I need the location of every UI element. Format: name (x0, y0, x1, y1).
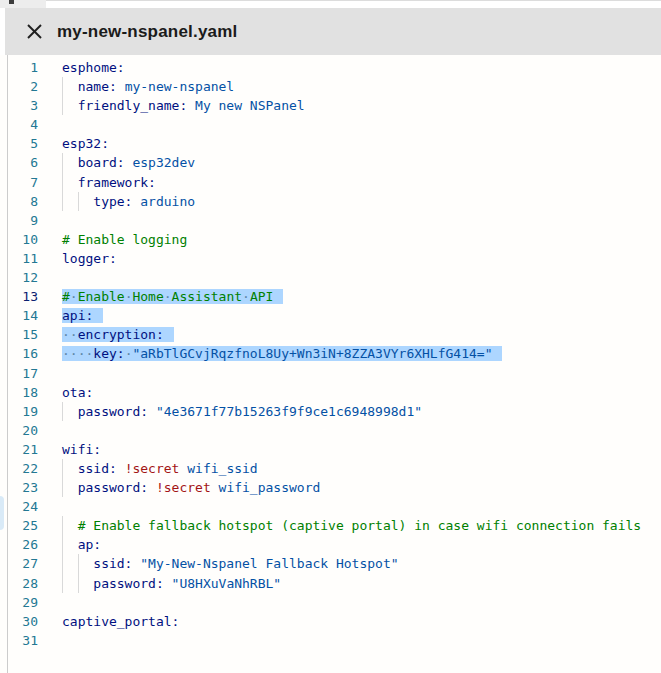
code-line[interactable]: 1esphome: (0, 58, 661, 77)
token-key: password: (78, 480, 148, 495)
token-plain (117, 79, 125, 94)
code-line[interactable]: 11logger: (0, 249, 661, 268)
token-val: esp32dev (132, 155, 195, 170)
code-line[interactable]: 15··encryption: (0, 325, 661, 344)
line-number: 27 (0, 554, 38, 573)
code-line[interactable]: 12 (0, 268, 661, 287)
line-number: 4 (0, 115, 38, 134)
top-strip-artifact (0, 0, 46, 8)
indent-guide (62, 478, 63, 497)
selection-highlight: ··encryption: (62, 327, 174, 342)
line-number: 19 (0, 402, 38, 421)
code-line[interactable]: 23 password: !secret wifi_password (0, 478, 661, 497)
code-line-text: password: "4e3671f77b15263f9f9ce1c694899… (62, 402, 422, 421)
code-line[interactable]: 21wifi: (0, 440, 661, 459)
code-line[interactable]: 31 (0, 631, 661, 650)
token-ws: ·· (62, 327, 78, 342)
indent-guide (78, 554, 79, 573)
code-line[interactable]: 14api: (0, 306, 661, 325)
token-plain (148, 404, 156, 419)
line-number: 23 (0, 478, 38, 497)
code-line[interactable]: 10# Enable logging (0, 230, 661, 249)
code-line[interactable]: 26 ap: (0, 535, 661, 554)
close-icon (26, 23, 43, 40)
token-plain (62, 518, 78, 533)
code-line[interactable]: 7 framework: (0, 173, 661, 192)
code-line[interactable]: 5esp32: (0, 134, 661, 153)
token-key: ssid: (78, 461, 117, 476)
line-number: 14 (0, 306, 38, 325)
token-val: wifi_password (219, 480, 321, 495)
code-line[interactable]: 20 (0, 421, 661, 440)
token-com: Home (132, 289, 163, 304)
code-line-text: name: my-new-nspanel (62, 77, 234, 96)
indent-guide (62, 96, 63, 115)
selection-highlight: #·Enable·Home·Assistant·API (62, 289, 283, 304)
editor-header: my-new-nspanel.yaml (5, 8, 661, 55)
line-number: 11 (0, 249, 38, 268)
token-key: type: (93, 194, 132, 209)
token-plain (117, 461, 125, 476)
code-line-text: framework: (62, 173, 156, 192)
token-key: friendly_name: (78, 98, 188, 113)
token-plain (62, 404, 78, 419)
token-plain (62, 79, 78, 94)
code-line-text: # Enable fallback hotspot (captive porta… (62, 516, 641, 535)
code-line[interactable]: 13#·Enable·Home·Assistant·API (0, 287, 661, 306)
token-key: encryption: (78, 327, 164, 342)
code-line[interactable]: 6 board: esp32dev (0, 153, 661, 172)
code-line[interactable]: 28 password: "U8HXuVaNhRBL" (0, 574, 661, 593)
token-tag: !secret (125, 461, 180, 476)
code-line[interactable]: 25 # Enable fallback hotspot (captive po… (0, 516, 661, 535)
token-plain (62, 461, 78, 476)
line-number: 30 (0, 612, 38, 631)
code-editor[interactable]: 1esphome:2 name: my-new-nspanel3 friendl… (0, 55, 661, 673)
line-number: 28 (0, 574, 38, 593)
code-line[interactable]: 30captive_portal: (0, 612, 661, 631)
indent-guide (62, 153, 63, 172)
line-number: 25 (0, 516, 38, 535)
token-com: # Enable logging (62, 232, 187, 247)
code-line[interactable]: 22 ssid: !secret wifi_ssid (0, 459, 661, 478)
token-key: ssid: (93, 556, 132, 571)
esphome-editor-window: my-new-nspanel.yaml 1esphome:2 name: my-… (0, 0, 661, 673)
token-val: "My-New-Nspanel Fallback Hotspot" (140, 556, 398, 571)
token-com: Assistant (172, 289, 242, 304)
code-line[interactable]: 8 type: arduino (0, 192, 661, 211)
close-button[interactable] (24, 22, 44, 42)
code-line[interactable]: 27 ssid: "My-New-Nspanel Fallback Hotspo… (0, 554, 661, 573)
code-line[interactable]: 2 name: my-new-nspanel (0, 77, 661, 96)
token-com: # Enable fallback hotspot (captive porta… (78, 518, 642, 533)
token-ws: · (242, 289, 250, 304)
token-plain (62, 480, 78, 495)
code-line[interactable]: 29 (0, 593, 661, 612)
line-number: 29 (0, 593, 38, 612)
code-line[interactable]: 16····key:·"aRbTlGCvjRqzfnoL8Uy+Wn3iN+8Z… (0, 344, 661, 363)
token-key: logger: (62, 251, 117, 266)
code-line[interactable]: 18ota: (0, 383, 661, 402)
code-line[interactable]: 3 friendly_name: My new NSPanel (0, 96, 661, 115)
token-plain (148, 480, 156, 495)
code-line[interactable]: 4 (0, 115, 661, 134)
code-line[interactable]: 17 (0, 364, 661, 383)
scrollbar-fragment[interactable] (0, 496, 4, 530)
code-line-text: # Enable logging (62, 230, 187, 249)
code-line[interactable]: 9 (0, 211, 661, 230)
indent-guide (62, 77, 63, 96)
cropped-icon-fragment (9, 0, 14, 4)
code-line[interactable]: 19 password: "4e3671f77b15263f9f9ce1c694… (0, 402, 661, 421)
line-number: 13 (0, 287, 38, 306)
token-key: framework: (78, 175, 156, 190)
token-ws: · (70, 289, 78, 304)
indent-guide (78, 574, 79, 593)
line-number: 24 (0, 497, 38, 516)
top-border (46, 0, 661, 1)
code-line[interactable]: 24 (0, 497, 661, 516)
token-key: name: (78, 79, 117, 94)
token-val: "4e3671f77b15263f9f9ce1c6948998d1" (156, 404, 422, 419)
token-val: "U8HXuVaNhRBL" (172, 576, 282, 591)
line-number: 1 (0, 58, 38, 77)
line-number: 16 (0, 344, 38, 363)
token-key: key: (93, 346, 124, 361)
token-key: board: (78, 155, 125, 170)
